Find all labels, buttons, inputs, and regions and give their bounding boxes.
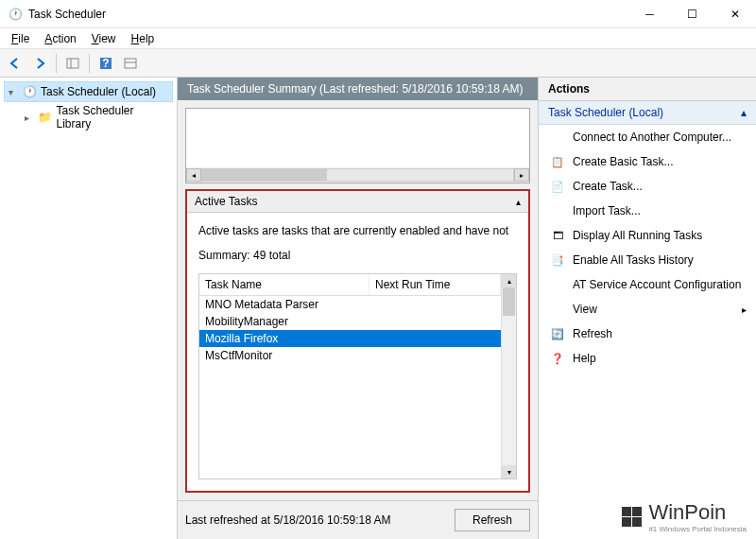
scheduler-icon: 🕐	[22, 84, 37, 99]
toolbar-btn-3[interactable]	[119, 52, 142, 75]
action-icon	[550, 203, 565, 218]
collapse-icon[interactable]: ▴	[741, 106, 747, 119]
scroll-down-arrow[interactable]: ▾	[502, 465, 516, 478]
help-button[interactable]: ?	[94, 52, 117, 75]
col-next-run[interactable]: Next Run Time	[369, 274, 501, 295]
window-controls: ─ ☐ ✕	[628, 0, 756, 28]
action-icon: 🔄	[550, 326, 565, 341]
action-icon: 📋	[550, 154, 565, 169]
action-label: Display All Running Tasks	[573, 229, 702, 242]
action-icon: ❓	[550, 351, 565, 366]
actions-subtitle[interactable]: Task Scheduler (Local) ▴	[539, 101, 756, 125]
horizontal-scrollbar[interactable]: ◂ ▸	[186, 167, 529, 183]
table-row[interactable]: MNO Metadata Parser	[199, 296, 501, 313]
active-tasks-panel: Active Tasks ▴ Active tasks are tasks th…	[185, 189, 530, 493]
tree-library[interactable]: ▸ 📁 Task Scheduler Library	[21, 102, 173, 132]
action-label: AT Service Account Configuration	[573, 278, 741, 291]
folder-icon: 📁	[38, 110, 53, 125]
table-row[interactable]: Mozilla Firefox	[199, 330, 501, 347]
menubar: File Action View Help	[0, 28, 756, 49]
active-tasks-title: Active Tasks	[195, 195, 257, 208]
action-label: Create Basic Task...	[573, 155, 674, 168]
toolbar: ?	[0, 49, 756, 78]
action-icon: 📑	[550, 252, 565, 268]
action-item[interactable]: 📄Create Task...	[539, 174, 756, 199]
action-label: Help	[573, 352, 596, 365]
table-header: Task Name Next Run Time	[199, 274, 501, 296]
back-button[interactable]	[4, 52, 26, 75]
action-icon	[550, 130, 565, 145]
tree-expand-icon[interactable]: ▸	[25, 113, 34, 123]
action-item[interactable]: 📑Enable All Tasks History	[539, 248, 756, 272]
actions-title: Actions	[539, 78, 756, 101]
sidebar: ▾ 🕐 Task Scheduler (Local) ▸ 📁 Task Sche…	[0, 78, 178, 539]
action-icon	[550, 277, 565, 292]
tree-library-label: Task Scheduler Library	[56, 104, 169, 130]
action-item[interactable]: 📋Create Basic Task...	[539, 149, 756, 174]
action-label: View	[573, 303, 597, 316]
table-row[interactable]: MsCtfMonitor	[199, 347, 501, 364]
app-icon: 🕐	[8, 7, 23, 22]
table-row[interactable]: MobilityManager	[199, 313, 501, 330]
main-content: ▾ 🕐 Task Scheduler (Local) ▸ 📁 Task Sche…	[0, 78, 756, 539]
forward-button[interactable]	[28, 52, 51, 75]
watermark-tagline: #1 Windows Portal Indonesia	[648, 525, 747, 533]
collapse-icon[interactable]: ▴	[516, 197, 521, 207]
action-item[interactable]: AT Service Account Configuration	[539, 272, 756, 297]
last-refreshed-text: Last refreshed at 5/18/2016 10:59:18 AM	[185, 513, 447, 527]
top-status-panel: ◂ ▸	[185, 108, 530, 183]
svg-rect-4	[125, 59, 136, 68]
toolbar-btn-1[interactable]	[61, 52, 84, 75]
watermark-logo-icon	[622, 507, 643, 527]
action-item[interactable]: ❓Help	[539, 346, 756, 371]
summary-header: Task Scheduler Summary (Last refreshed: …	[178, 78, 538, 100]
vertical-scrollbar[interactable]: ▴ ▾	[501, 274, 516, 478]
tree-collapse-icon[interactable]: ▾	[9, 87, 18, 97]
active-tasks-summary: Summary: 49 total	[198, 249, 517, 262]
menu-help[interactable]: Help	[124, 30, 163, 47]
menu-action[interactable]: Action	[37, 30, 83, 47]
action-icon: 🗔	[550, 228, 565, 243]
action-label: Refresh	[573, 327, 612, 340]
maximize-button[interactable]: ☐	[671, 0, 713, 28]
action-item[interactable]: View	[539, 297, 756, 322]
scroll-right-arrow[interactable]: ▸	[514, 168, 529, 182]
action-item[interactable]: Import Task...	[539, 199, 756, 223]
menu-file[interactable]: File	[4, 30, 37, 47]
svg-text:?: ?	[102, 57, 109, 70]
footer: Last refreshed at 5/18/2016 10:59:18 AM …	[178, 500, 538, 539]
menu-view[interactable]: View	[84, 30, 124, 47]
task-table: Task Name Next Run Time MNO Metadata Par…	[198, 273, 517, 479]
window-title: Task Scheduler	[28, 8, 628, 21]
col-task-name[interactable]: Task Name	[199, 274, 369, 295]
active-tasks-header[interactable]: Active Tasks ▴	[187, 191, 528, 213]
watermark: WinPoin #1 Windows Portal Indonesia	[622, 500, 747, 533]
titlebar: 🕐 Task Scheduler ─ ☐ ✕	[0, 0, 756, 28]
minimize-button[interactable]: ─	[628, 0, 671, 28]
action-item[interactable]: Connect to Another Computer...	[539, 125, 756, 149]
actions-panel: Actions Task Scheduler (Local) ▴ Connect…	[539, 78, 756, 539]
refresh-button[interactable]: Refresh	[455, 509, 530, 531]
action-label: Create Task...	[573, 180, 643, 193]
tree-root[interactable]: ▾ 🕐 Task Scheduler (Local)	[4, 81, 173, 102]
action-icon: 📄	[550, 179, 565, 194]
close-button[interactable]: ✕	[713, 0, 756, 28]
active-tasks-description: Active tasks are tasks that are currentl…	[198, 224, 517, 237]
action-label: Import Task...	[573, 204, 641, 217]
action-label: Connect to Another Computer...	[573, 130, 731, 144]
action-item[interactable]: 🔄Refresh	[539, 322, 756, 346]
scroll-left-arrow[interactable]: ◂	[186, 168, 201, 182]
center-panel: Task Scheduler Summary (Last refreshed: …	[178, 78, 539, 539]
watermark-name: WinPoin	[648, 500, 747, 525]
action-label: Enable All Tasks History	[573, 253, 694, 267]
tree-root-label: Task Scheduler (Local)	[41, 85, 156, 98]
svg-rect-0	[67, 59, 78, 68]
action-item[interactable]: 🗔Display All Running Tasks	[539, 223, 756, 248]
action-icon	[550, 302, 565, 317]
scroll-up-arrow[interactable]: ▴	[502, 274, 516, 287]
